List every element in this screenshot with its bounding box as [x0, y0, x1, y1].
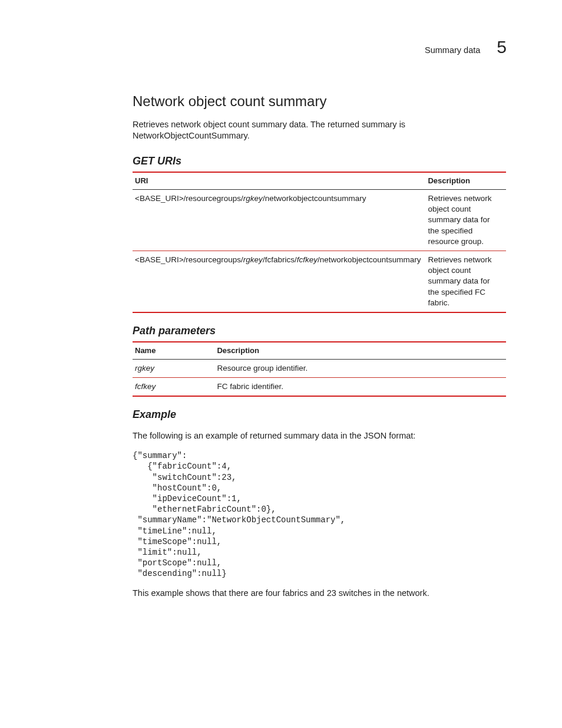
table-row: rgkey Resource group identifier. — [133, 359, 506, 377]
uri-param: fcfkey — [297, 255, 318, 264]
table-row: fcfkey FC fabric identifier. — [133, 378, 506, 397]
table-row: <BASE_URI>/resourcegroups/rgkey/networko… — [133, 189, 506, 251]
param-name-cell: rgkey — [133, 359, 214, 377]
uri-text: <BASE_URI>/resourcegroups/ — [135, 194, 243, 203]
example-lead: The following is an example of returned … — [133, 430, 506, 442]
example-code-block: {"summary": {"fabricCount":4, "switchCou… — [133, 450, 506, 579]
description-cell: Retrieves network object count summary d… — [425, 189, 506, 251]
description-column-header: Description — [425, 172, 506, 189]
description-column-header: Description — [214, 342, 506, 359]
uri-column-header: URI — [133, 172, 425, 189]
name-column-header: Name — [133, 342, 214, 359]
example-heading: Example — [133, 407, 506, 421]
description-cell: Retrieves network object count summary d… — [425, 251, 506, 312]
running-title: Summary data — [425, 45, 480, 57]
get-uris-heading: GET URIs — [133, 154, 506, 168]
param-description-cell: Resource group identifier. — [214, 359, 506, 377]
section-title: Network object count summary — [133, 92, 506, 111]
uri-text: /fcfabrics/ — [263, 255, 297, 264]
path-parameters-table: Name Description rgkey Resource group id… — [133, 341, 506, 397]
uri-param: rgkey — [243, 194, 263, 203]
example-note: This example shows that there are four f… — [133, 588, 506, 599]
param-description-cell: FC fabric identifier. — [214, 378, 506, 397]
uri-cell: <BASE_URI>/resourcegroups/rgkey/networko… — [133, 189, 425, 251]
chapter-number: 5 — [497, 35, 506, 60]
get-uris-table: URI Description <BASE_URI>/resourcegroup… — [133, 172, 506, 313]
param-name-cell: fcfkey — [133, 378, 214, 397]
table-row: <BASE_URI>/resourcegroups/rgkey/fcfabric… — [133, 251, 506, 312]
uri-text: <BASE_URI>/resourcegroups/ — [135, 255, 243, 264]
page: Summary data 5 Network object count summ… — [0, 0, 562, 728]
uri-text: /networkobjectcountsummary — [263, 194, 366, 203]
uri-cell: <BASE_URI>/resourcegroups/rgkey/fcfabric… — [133, 251, 425, 312]
uri-text: /networkobjectcountsummary — [318, 255, 421, 264]
uri-param: rgkey — [243, 255, 263, 264]
path-parameters-heading: Path parameters — [133, 324, 506, 338]
running-header: Summary data 5 — [133, 35, 506, 60]
section-intro: Retrieves network object count summary d… — [133, 119, 506, 142]
